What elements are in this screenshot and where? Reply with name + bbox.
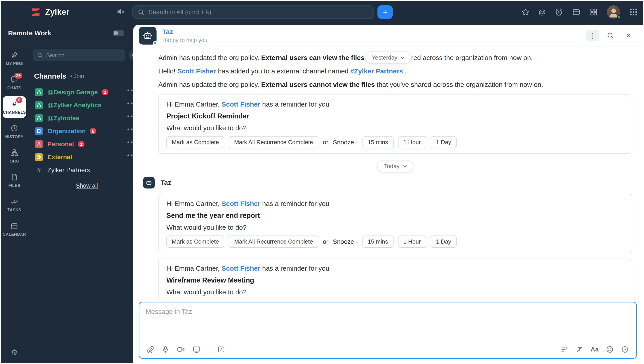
mentions-icon[interactable]: @ bbox=[539, 8, 546, 16]
sidebar-item-tasks[interactable]: TASKS bbox=[3, 194, 26, 216]
reminder-card: Hi Emma Cartner, Scott Fisher has a remi… bbox=[158, 259, 632, 298]
person-icon bbox=[35, 140, 43, 148]
sender-row: Taz bbox=[143, 177, 632, 189]
reminder-card: Hi Emma Cartner, Scott Fisher has a remi… bbox=[158, 94, 632, 154]
file-icon bbox=[10, 173, 18, 181]
chat-window: Taz Happy to help you ⋮ ✕ Yesterday Admi… bbox=[133, 25, 643, 363]
close-chat-icon[interactable]: ✕ bbox=[622, 30, 635, 41]
mute-icon[interactable] bbox=[116, 7, 125, 16]
sidebar-item-history[interactable]: HISTORY bbox=[3, 121, 26, 142]
bot-avatar[interactable] bbox=[139, 27, 156, 45]
system-message: Hello! Scott Fisher has added you to a e… bbox=[158, 67, 632, 76]
chat-subtitle: Happy to help you bbox=[162, 37, 208, 43]
topbar: Zylker + @ bbox=[1, 1, 643, 23]
workspace-name: Remote Work bbox=[8, 29, 51, 37]
slash-command-icon[interactable] bbox=[217, 346, 225, 353]
screen-share-icon[interactable] bbox=[192, 345, 200, 353]
date-separator-yesterday[interactable]: Yesterday bbox=[365, 52, 412, 64]
status-toggle[interactable] bbox=[113, 30, 124, 36]
user-link[interactable]: Scott Fisher bbox=[222, 200, 260, 207]
presence-dot bbox=[153, 41, 157, 45]
text-format-icon[interactable]: Aa bbox=[590, 346, 598, 353]
building-icon bbox=[35, 127, 43, 135]
sidebar-item-chats[interactable]: 29 CHATS bbox=[3, 72, 26, 94]
composer: | Aa bbox=[133, 298, 643, 363]
user-link[interactable]: Scott Fisher bbox=[177, 67, 216, 75]
unread-badge: 1 bbox=[78, 141, 84, 147]
channel-item-organization[interactable]: Organization 6 ●●● bbox=[33, 125, 141, 138]
message-input[interactable] bbox=[146, 308, 630, 315]
emoji-icon[interactable] bbox=[606, 345, 614, 353]
snooze-1h-button[interactable]: 1 Hour bbox=[398, 236, 426, 248]
channel-item-zylker-analytics[interactable]: @Zylker Analytics ●●● bbox=[33, 99, 141, 112]
channel-link[interactable]: #Zylker Partners bbox=[350, 67, 403, 75]
history-icon bbox=[10, 124, 18, 132]
channels-badge: 8 bbox=[16, 97, 22, 103]
pin-icon bbox=[10, 51, 18, 59]
channel-item-zylker-partners[interactable]: # Zylker Partners bbox=[33, 164, 141, 177]
svg-text:#: # bbox=[12, 100, 16, 107]
user-link[interactable]: Scott Fisher bbox=[222, 101, 260, 108]
sidebar-item-files[interactable]: FILES bbox=[3, 169, 26, 191]
panel-search[interactable] bbox=[33, 49, 125, 61]
more-options-icon[interactable]: ⋮ bbox=[586, 30, 599, 41]
sidebar-item-channels[interactable]: 8 # CHANNELS bbox=[3, 96, 26, 118]
join-channel-link[interactable]: • Join bbox=[70, 73, 84, 79]
widgets-icon[interactable] bbox=[590, 8, 598, 16]
smart-compose-icon[interactable] bbox=[560, 345, 569, 353]
lock-icon bbox=[35, 101, 43, 109]
date-separator-today[interactable]: Today bbox=[377, 160, 413, 172]
schedule-send-icon[interactable] bbox=[621, 345, 629, 353]
mic-icon[interactable] bbox=[162, 346, 169, 353]
compose-toolbar: | Aa bbox=[146, 345, 629, 353]
mark-all-recurrence-button[interactable]: Mark All Recurrence Complete bbox=[229, 236, 318, 248]
reminders-icon[interactable] bbox=[554, 8, 563, 16]
apps-grid-icon[interactable] bbox=[629, 8, 638, 16]
sidebar-item-org[interactable]: ORG bbox=[3, 145, 26, 167]
chat-title[interactable]: Taz bbox=[162, 28, 208, 36]
snooze-1d-button[interactable]: 1 Day bbox=[431, 236, 456, 248]
channels-panel: Channels • Join + @Design Garage 1 ●●● @… bbox=[28, 44, 146, 363]
channel-item-zylnotes[interactable]: @Zylnotes ●●● bbox=[33, 112, 141, 125]
show-all-link[interactable]: Show all bbox=[76, 182, 98, 189]
org-chart-icon bbox=[10, 149, 18, 157]
search-in-chat-icon[interactable] bbox=[604, 30, 617, 41]
sidebar: Remote Work MY PINS 29 CHATS 8 # CHANNEL… bbox=[1, 23, 132, 363]
card-panel-icon[interactable] bbox=[572, 8, 580, 16]
snooze-15-button[interactable]: 15 mins bbox=[362, 236, 394, 248]
double-check-icon bbox=[10, 198, 18, 206]
globe-icon bbox=[35, 153, 43, 161]
hash-icon: # bbox=[35, 166, 43, 174]
global-search[interactable] bbox=[132, 5, 374, 19]
mark-all-recurrence-button[interactable]: Mark All Recurrence Complete bbox=[229, 136, 318, 148]
global-search-input[interactable] bbox=[148, 9, 368, 16]
sidebar-item-my-pins[interactable]: MY PINS bbox=[3, 48, 26, 69]
user-avatar[interactable] bbox=[607, 5, 620, 19]
star-icon[interactable] bbox=[521, 8, 530, 16]
channel-item-personal[interactable]: Personal 1 ●●● bbox=[33, 138, 141, 151]
reminder-card: Hi Emma Cartner, Scott Fisher has a remi… bbox=[158, 194, 632, 253]
attachment-icon[interactable] bbox=[146, 346, 154, 353]
user-link[interactable]: Scott Fisher bbox=[222, 265, 260, 272]
settings-gear-icon[interactable]: ⚙ bbox=[1, 348, 28, 357]
compose-box[interactable]: | Aa bbox=[139, 302, 637, 359]
mark-complete-button[interactable]: Mark as Complete bbox=[166, 136, 224, 148]
reminder-title: Send me the year end report bbox=[166, 211, 624, 220]
snooze-1d-button[interactable]: 1 Day bbox=[431, 136, 456, 148]
unread-badge: 6 bbox=[90, 128, 96, 134]
mark-complete-button[interactable]: Mark as Complete bbox=[166, 236, 224, 248]
unread-badge: 1 bbox=[102, 89, 108, 95]
sidebar-item-calendar[interactable]: CALENDAR bbox=[3, 218, 26, 240]
clear-format-icon[interactable] bbox=[576, 346, 584, 353]
channel-item-design-garage[interactable]: @Design Garage 1 ●●● bbox=[33, 86, 141, 99]
snooze-15-button[interactable]: 15 mins bbox=[362, 136, 394, 148]
channel-item-external[interactable]: External ●●● bbox=[33, 151, 141, 164]
calendar-icon bbox=[10, 222, 18, 230]
presence-dot bbox=[617, 15, 621, 19]
new-chat-button[interactable]: + bbox=[378, 5, 393, 19]
channels-section-title: Channels bbox=[34, 72, 66, 80]
message-list: Yesterday Admin has updated the org poli… bbox=[133, 47, 643, 298]
video-call-icon[interactable] bbox=[177, 345, 185, 353]
snooze-1h-button[interactable]: 1 Hour bbox=[398, 136, 426, 148]
panel-search-input[interactable] bbox=[46, 52, 121, 59]
